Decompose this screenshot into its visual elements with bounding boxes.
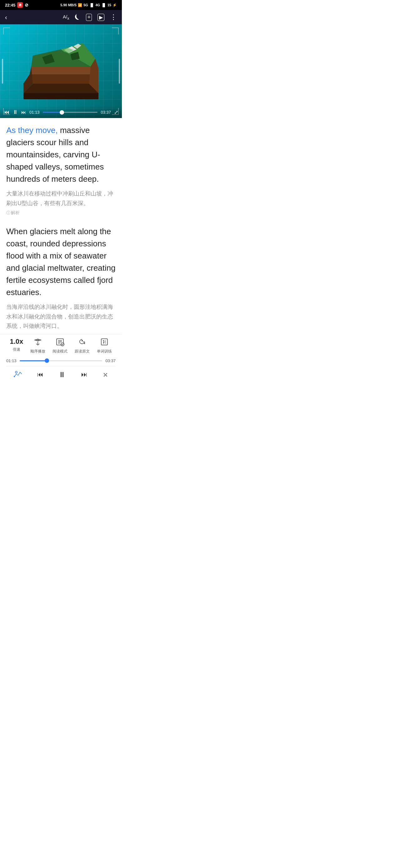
sequential-play-item[interactable]: 顺序播放 [30,338,45,354]
fullscreen-button[interactable]: ⤢ [114,109,118,115]
add-button[interactable]: + [86,14,92,21]
pause-main-button[interactable]: ⏸ [58,370,66,379]
follow-icon [78,338,87,347]
close-nav-button[interactable]: ⤬ [103,371,108,378]
skip-forward-button[interactable]: ⏭ [21,110,26,115]
status-right: 5.90 MB/S 📶 5G ▐▌ 4G ▐▌ 15 ⚡ [60,3,117,7]
highlight-text: As they move, [6,126,58,135]
nav-icons-group: A/x ⏾ + ▶ ⋮ [63,13,117,21]
video-play-button[interactable]: ▶ [97,14,104,21]
current-time: 01:13 [29,110,40,115]
analysis-button[interactable]: ⓘ 解析 [6,209,20,217]
paragraph1-chinese: 大量冰川在移动过程中冲刷山丘和山坡，冲刷出U型山谷，有些有几百米深。 ⓘ 解析 [6,189,116,217]
wifi-icon: 📶 [78,3,82,7]
back-button[interactable]: ‹ [5,14,7,21]
playlist-button[interactable] [14,370,22,380]
read-mode-item[interactable]: 阅读模式 [53,338,67,354]
video-player: ⏮ ⏸ ⏭ 01:13 03:37 ⤢ [0,24,122,118]
svg-marker-3 [30,66,92,74]
signal2-icon: ▐▌ [101,3,106,7]
player-slider[interactable] [20,360,103,361]
more-button[interactable]: ⋮ [110,13,117,21]
top-nav: ‹ A/x ⏾ + ▶ ⋮ [0,10,122,24]
analysis-label: 解析 [11,209,20,217]
follow-reading-item[interactable]: 跟读原文 [75,338,90,354]
battery-icon: ⚡ [113,3,117,7]
content-area: As they move, massive glaciers scour hil… [0,118,122,334]
video-progress-bar[interactable] [43,112,98,113]
sequential-label: 顺序播放 [30,349,45,354]
bottom-toolbar: 1.0x 倍速 顺序播放 [0,334,122,385]
bottom-nav: ⏮ ⏸ ⏭ ⤬ [6,366,116,383]
status-bar: 22:45 趣 ⊘ 5.90 MB/S 📶 5G ▐▌ 4G ▐▌ 15 ⚡ [0,0,122,10]
slider-thumb[interactable] [45,359,49,363]
word-training-item[interactable]: 单词训练 [97,338,112,354]
status-time: 22:45 [5,3,15,7]
next-button[interactable]: ⏭ [81,371,87,378]
player-end-time: 03:37 [105,359,116,363]
pause-video-button[interactable]: ⏸ [12,109,18,116]
svg-point-16 [82,340,83,341]
toolbar-icons-row: 1.0x 倍速 顺序播放 [6,338,116,354]
4g-icon: 4G [95,3,100,7]
paragraph2-chinese-continued: 峡湾河口。 [34,323,62,329]
paragraph1-chinese-text: 大量冰川在移动过程中冲刷山丘和山坡，冲刷出U型山谷，有些有几百米深。 [6,189,116,208]
speed-display: 5.90 MB/S [60,3,77,7]
total-time: 03:37 [101,110,111,115]
sleep-timer-button[interactable]: ⏾ [75,14,80,21]
word-training-icon [100,338,109,347]
player-progress: 01:13 03:37 [6,359,116,363]
battery-display: 15 [108,3,111,7]
app-icon: 趣 [17,2,23,8]
skip-back-button[interactable]: ⏮ [4,109,9,116]
word-training-label: 单词训练 [97,349,112,354]
speed-label: 倍速 [13,347,20,352]
side-indicator-left [2,59,3,84]
svg-point-19 [14,376,15,377]
paragraph-divider [6,219,116,225]
speed-value: 1.0x [10,338,23,346]
translate-button[interactable]: A/x [63,14,69,21]
follow-label: 跟读原文 [75,349,90,354]
player-start-time: 01:13 [6,359,17,363]
info-icon: ⓘ [6,210,10,216]
svg-marker-0 [23,84,98,93]
status-icon2: ⊘ [25,2,28,7]
status-left: 22:45 趣 ⊘ [5,2,28,8]
paragraph1-english: As they move, massive glaciers scour hil… [6,124,116,185]
prev-button[interactable]: ⏮ [37,371,44,378]
slider-fill [20,360,47,361]
video-controls: ⏮ ⏸ ⏭ 01:13 03:37 ⤢ [0,106,122,118]
terrain-visualization [27,34,95,96]
speed-item[interactable]: 1.0x 倍速 [10,338,23,352]
side-indicator-right [119,59,120,84]
network-5g: 5G [83,3,88,7]
video-progress-fill [43,112,62,113]
sequential-play-icon [33,338,42,347]
svg-marker-1 [23,93,98,99]
signal-icon: ▐▌ [89,3,94,7]
paragraph2-chinese: 当海岸沿线的冰川融化时，圆形洼地积满海水和冰川融化的混合物，创造出肥沃的生态系统… [6,302,116,331]
read-mode-icon [56,338,64,347]
svg-marker-2 [23,74,98,84]
svg-point-18 [15,371,17,373]
video-progress-thumb[interactable] [60,110,64,115]
read-mode-label: 阅读模式 [53,349,67,354]
paragraph2-english: When glaciers melt along the coast, roun… [6,225,116,299]
svg-rect-17 [101,339,108,345]
